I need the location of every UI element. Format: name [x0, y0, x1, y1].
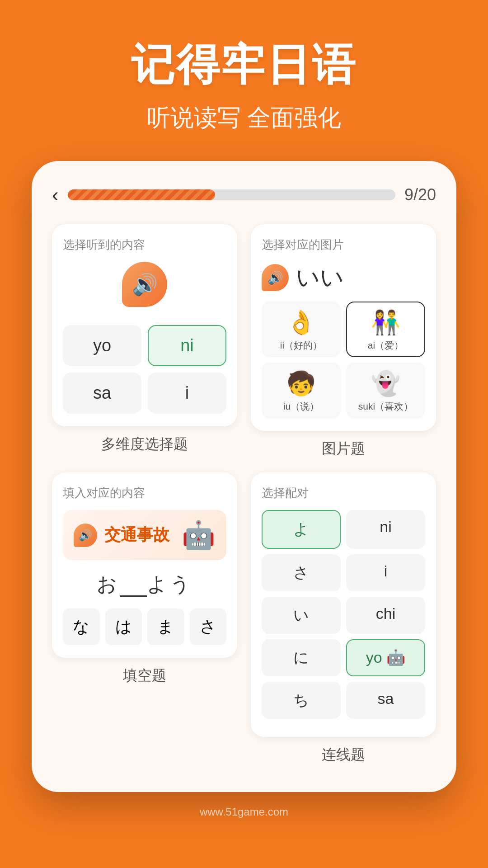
- match-row-3: い chi: [262, 597, 425, 634]
- progress-bar-fill: [68, 189, 215, 200]
- fill-blank-space: [120, 573, 147, 597]
- match-right-i[interactable]: i: [346, 554, 425, 591]
- pic-emoji-ii: 👌: [267, 309, 335, 336]
- picture-choice-type-label: 图片题: [251, 439, 436, 459]
- choice-i[interactable]: i: [148, 373, 226, 414]
- pic-emoji-suki: 👻: [352, 370, 420, 397]
- match-left-chi[interactable]: ち: [262, 682, 341, 719]
- choice-grid: yo ni sa i: [63, 325, 226, 414]
- match-right-yo[interactable]: yo 🤖: [346, 639, 425, 676]
- fill-blank-label: 填入对应的内容: [63, 485, 226, 501]
- progress-label: 9/20: [404, 185, 436, 204]
- picture-choice-card: 选择对应的图片 🔊 いい 👌 ii（好的） 👫 ai（爱） 🧒: [251, 224, 436, 459]
- progress-bar-background: [68, 189, 395, 200]
- fill-prompt-row: 🔊 交通事故 🤖: [63, 510, 226, 560]
- match-left-yo[interactable]: よ: [262, 510, 341, 549]
- fill-mascot-icon: 🤖: [182, 519, 216, 551]
- fill-blank-type-label: 填空题: [52, 666, 237, 686]
- fill-sentence: お よう: [63, 571, 226, 598]
- fill-audio-icon[interactable]: 🔊: [74, 524, 97, 547]
- fill-blank-card: 填入对应的内容 🔊 交通事故 🤖 お よう な は ま さ: [52, 472, 237, 658]
- progress-row: ‹ 9/20: [52, 184, 436, 206]
- match-card: 选择配对 よ ni さ i い chi に yo 🤖: [251, 472, 436, 737]
- match-left-i[interactable]: い: [262, 597, 341, 634]
- choice-sa[interactable]: sa: [63, 373, 141, 414]
- pic-caption-ai: ai（爱）: [368, 340, 404, 350]
- choice-yo[interactable]: yo: [63, 325, 141, 366]
- multiple-choice-label: 选择听到的内容: [63, 237, 226, 253]
- app-header: 记得牢日语 听说读写 全面强化: [0, 0, 488, 161]
- match-row-5: ち sa: [262, 682, 425, 719]
- choice-ni[interactable]: ni: [148, 325, 226, 366]
- picture-choice-label: 选择对应的图片: [262, 237, 425, 253]
- match-left-sa[interactable]: さ: [262, 554, 341, 591]
- picture-choice-exercise: 选择对应的图片 🔊 いい 👌 ii（好的） 👫 ai（爱） 🧒: [251, 224, 436, 431]
- fill-opt-ha[interactable]: は: [105, 609, 142, 645]
- match-row-4: に yo 🤖: [262, 639, 425, 676]
- fill-opt-na[interactable]: な: [63, 609, 100, 645]
- pic-emoji-ai: 👫: [352, 309, 420, 336]
- fill-blank-card-wrapper: 填入对应的内容 🔊 交通事故 🤖 お よう な は ま さ 填空题: [52, 472, 237, 765]
- phone-frame: ‹ 9/20 选择听到的内容 🔊 yo ni sa i 多维度选择题: [32, 161, 456, 792]
- match-label: 选择配对: [262, 485, 425, 501]
- bottom-cards-row: 填入对应的内容 🔊 交通事故 🤖 お よう な は ま さ 填空题: [52, 472, 436, 765]
- match-row-1: よ ni: [262, 510, 425, 549]
- pic-card-ii[interactable]: 👌 ii（好的）: [262, 302, 341, 357]
- fill-opt-sa[interactable]: さ: [190, 609, 227, 645]
- fill-prompt-word: 交通事故: [104, 524, 174, 546]
- match-type-label: 连线题: [251, 745, 436, 765]
- back-button[interactable]: ‹: [52, 184, 59, 206]
- picture-audio-icon[interactable]: 🔊: [262, 264, 289, 291]
- app-title: 记得牢日语: [18, 36, 470, 95]
- match-right-sa[interactable]: sa: [346, 682, 425, 719]
- multiple-choice-exercise: 选择听到的内容 🔊 yo ni sa i: [52, 224, 237, 426]
- pic-card-ai[interactable]: 👫 ai（爱）: [346, 302, 425, 357]
- pic-card-iu[interactable]: 🧒 iu（说）: [262, 363, 341, 418]
- picture-grid: 👌 ii（好的） 👫 ai（爱） 🧒 iu（说） 👻 suki（喜欢）: [262, 302, 425, 418]
- match-right-ni[interactable]: ni: [346, 510, 425, 549]
- match-right-chi[interactable]: chi: [346, 597, 425, 634]
- top-cards-grid: 选择听到的内容 🔊 yo ni sa i 多维度选择题 选择对应的图片 🔊 いい: [52, 224, 436, 459]
- pic-caption-iu: iu（说）: [283, 401, 319, 411]
- picture-audio-row: 🔊 いい: [262, 262, 425, 293]
- picture-audio-text: いい: [296, 262, 344, 293]
- app-subtitle: 听说读写 全面强化: [18, 102, 470, 134]
- fill-options-row: な は ま さ: [63, 609, 226, 645]
- multiple-choice-card: 选择听到的内容 🔊 yo ni sa i 多维度选择题: [52, 224, 237, 459]
- pic-caption-suki: suki（喜欢）: [358, 401, 413, 411]
- match-card-wrapper: 选择配对 よ ni さ i い chi に yo 🤖: [251, 472, 436, 765]
- watermark: www.51game.com: [0, 792, 488, 827]
- audio-icon-large[interactable]: 🔊: [122, 262, 167, 307]
- pic-card-suki[interactable]: 👻 suki（喜欢）: [346, 363, 425, 418]
- fill-opt-ma[interactable]: ま: [147, 609, 184, 645]
- match-left-ni[interactable]: に: [262, 639, 341, 676]
- match-row-2: さ i: [262, 554, 425, 591]
- pic-emoji-iu: 🧒: [267, 370, 335, 397]
- pic-caption-ii: ii（好的）: [280, 340, 322, 350]
- multiple-choice-type-label: 多维度选择题: [52, 434, 237, 454]
